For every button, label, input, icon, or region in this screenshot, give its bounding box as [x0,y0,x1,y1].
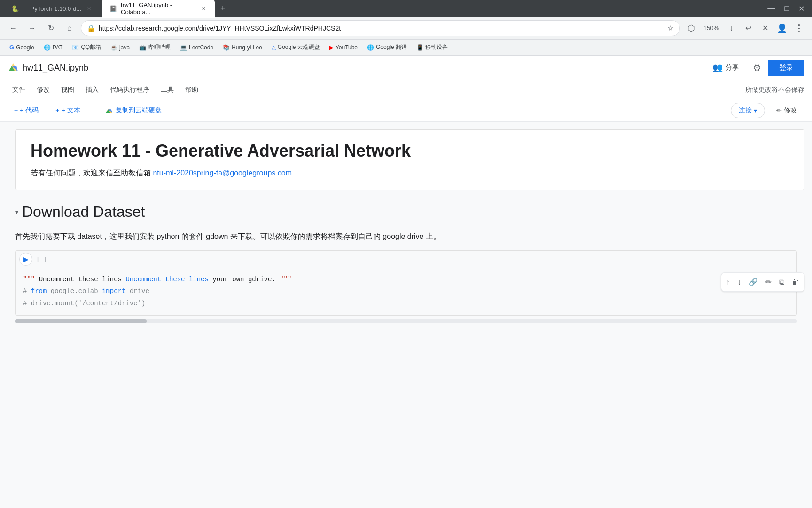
bookmark-google-translate[interactable]: 🌐 Google 翻译 [363,41,411,53]
login-button[interactable]: 登录 [768,60,804,76]
menu-button[interactable]: ⋮ [791,21,806,36]
drive-small-icon [105,107,113,114]
code-string-1: """ [23,276,35,283]
browser-titlebar: 🐍 — PyTorch 1.10.0 d... ✕ 📓 hw11_GAN.ipy… [0,0,812,17]
address-bar[interactable] [99,24,664,32]
bookmark-google-label: Google [16,44,34,51]
bookmark-bilibili[interactable]: 📺 哔哩哔哩 [135,41,174,53]
bookmark-translate-label: Google 翻译 [376,43,407,51]
toolbar-divider [93,104,93,117]
extensions-icon[interactable]: ⬡ [684,21,699,36]
code-keyword-import: import [102,287,125,295]
x-button[interactable]: ✕ [757,21,773,36]
bookmark-hung-yi-lee[interactable]: 📚 Hung-yi Lee [219,42,266,53]
bookmark-youtube[interactable]: ▶ YouTube [326,42,361,53]
section-heading: Download Dataset [22,203,145,221]
menu-edit[interactable]: 修改 [32,83,55,97]
notebook-area: ↑ ↓ 🔗 ✏ ⧉ 🗑 Homework 11 - Generative Adv… [0,122,812,331]
tab-active-2[interactable]: 📓 hw11_GAN.ipynb - Colabora... ✕ [102,0,215,18]
menu-runtime[interactable]: 代码执行程序 [105,83,154,97]
delete-cell-button[interactable]: 🗑 [789,275,802,289]
google-favicon: G [9,44,14,51]
bookmark-bilibili-label: 哔哩哔哩 [148,43,171,51]
colab-toolbar-right: 连接 ▾ ✏ 修改 [731,103,804,118]
pencil-icon: ✏ [776,107,782,114]
move-up-button[interactable]: ↑ [723,275,733,289]
notebook-title: Homework 11 - Generative Adversarial Net… [31,141,789,161]
code-string-2: """ [280,276,291,283]
tab2-close-icon[interactable]: ✕ [200,5,207,12]
run-cell-button[interactable]: ▶ [19,253,32,266]
code-cell-1: ▶ [ ] """ Uncomment these lines Uncommen… [15,250,797,316]
bookmark-google-drive[interactable]: △ Google 云端硬盘 [268,41,324,53]
code-content: """ Uncomment these lines Uncomment thes… [16,268,796,315]
move-down-button[interactable]: ↓ [734,275,744,289]
minimize-button[interactable]: — [764,2,779,15]
subtitle-text: 若有任何问题，欢迎来信至助教信箱 [31,169,151,177]
add-text-button[interactable]: + + 文本 [49,103,86,118]
bookmark-youtube-label: YouTube [336,44,358,51]
unsaved-notice: 所做更改将不会保存 [745,86,804,94]
menu-view[interactable]: 视图 [56,83,79,97]
copy-to-drive-button[interactable]: 复制到云端硬盘 [99,103,168,118]
menu-help[interactable]: 帮助 [180,83,203,97]
address-bar-container[interactable]: 🔒 ☆ [81,20,680,36]
title-text-cell: Homework 11 - Generative Adversarial Net… [15,129,804,190]
plus-text-icon: + [55,107,59,114]
copy-cell-button[interactable]: ⧉ [776,275,787,289]
bookmark-pat[interactable]: 🌐 PAT [40,42,67,53]
edit-button-colab[interactable]: ✏ 修改 [769,103,804,118]
tab-inactive-1[interactable]: 🐍 — PyTorch 1.10.0 d... ✕ [4,2,100,15]
code-comment-text-1: Uncomment these lines [39,276,126,283]
forward-button[interactable]: → [24,21,39,36]
share-button[interactable]: 👥 分享 [705,60,746,76]
bookmark-mobile[interactable]: 📱 移动设备 [413,41,452,53]
profile-button[interactable]: 👤 [774,21,789,36]
section-heading-area: ▾ Download Dataset [8,198,804,226]
bookmark-qqmail-label: QQ邮箱 [81,43,101,51]
edit-cell-button[interactable]: ✏ [763,275,774,289]
window-controls: — □ ✕ [764,2,808,15]
add-code-button[interactable]: + + 代码 [8,103,45,118]
subtitle-paragraph: 若有任何问题，欢迎来信至助教信箱 ntu-ml-2020spring-ta@go… [31,168,789,178]
email-link[interactable]: ntu-ml-2020spring-ta@googlegroups.com [153,169,292,177]
bookmark-google[interactable]: G Google [6,42,38,53]
translate-favicon: 🌐 [367,44,374,51]
link-icon[interactable]: 🔗 [746,275,761,289]
menu-insert[interactable]: 插入 [81,83,103,97]
tab1-close-icon[interactable]: ✕ [85,5,93,12]
reload-button[interactable]: ↻ [43,21,58,36]
horizontal-scrollbar[interactable] [15,319,797,323]
code-line-3: # drive.mount('/content/drive') [23,298,789,310]
edit-label: 修改 [784,106,797,115]
security-icon: 🔒 [87,24,95,32]
colab-logo: hw11_GAN.ipynb [8,62,88,73]
close-button[interactable]: ✕ [795,2,808,15]
menu-tools[interactable]: 工具 [156,83,179,97]
bookmark-qqmail[interactable]: 📧 QQ邮箱 [68,41,105,53]
connect-button[interactable]: 连接 ▾ [731,103,765,118]
star-icon[interactable]: ☆ [667,24,674,32]
settings-button[interactable]: ⚙ [750,59,764,76]
code-line-2: # from google.colab import drive [23,286,789,297]
code-line-3-text: # drive.mount('/content/drive') [23,300,145,307]
bilibili-favicon: 📺 [139,44,146,51]
download-button[interactable]: ↓ [724,21,739,36]
history-button[interactable]: ↩ [741,21,756,36]
section-chevron-icon[interactable]: ▾ [15,208,18,216]
people-icon: 👥 [712,63,723,73]
code-comment-from-text: google.colab [51,287,102,295]
back-button[interactable]: ← [6,21,21,36]
bookmark-leetcode[interactable]: 💻 LeetCode [176,42,217,53]
tab2-label: hw11_GAN.ipynb - Colabora... [121,1,196,16]
java-favicon: ☕ [110,44,117,51]
bookmark-java[interactable]: ☕ java [107,42,133,53]
code-cell-header: ▶ [ ] [16,251,796,268]
scrollbar-thumb[interactable] [15,319,147,323]
home-button[interactable]: ⌂ [62,21,77,36]
plus-code-icon: + [14,107,18,114]
colab-header: hw11_GAN.ipynb 👥 分享 ⚙ 登录 [0,56,812,80]
maximize-button[interactable]: □ [781,2,793,15]
menu-file[interactable]: 文件 [8,83,30,97]
new-tab-button[interactable]: + [217,2,229,16]
